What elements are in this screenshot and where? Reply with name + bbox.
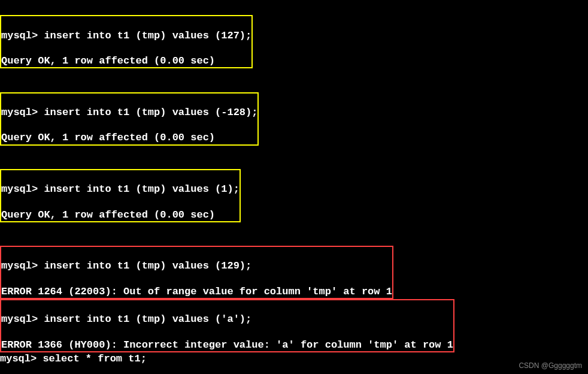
watermark-text: CSDN @Ggggggtm: [519, 361, 582, 370]
sql-insert-command: mysql> insert into t1 (tmp) values (1);: [1, 183, 240, 195]
sql-response-ok: Query OK, 1 row affected (0.00 sec): [1, 55, 251, 67]
sql-insert-command: mysql> insert into t1 (tmp) values ('a')…: [1, 313, 453, 325]
terminal-output[interactable]: mysql> insert into t1 (tmp) values (127)…: [0, 2, 588, 374]
sql-select-command: mysql> select * from t1;: [0, 352, 588, 365]
sql-response-ok: Query OK, 1 row affected (0.00 sec): [1, 131, 257, 144]
highlighted-block-error-1: mysql> insert into t1 (tmp) values (129)…: [0, 246, 393, 299]
highlighted-block-success-2: mysql> insert into t1 (tmp) values (-128…: [0, 92, 259, 146]
sql-insert-command: mysql> insert into t1 (tmp) values (129)…: [1, 260, 392, 272]
sql-response-ok: Query OK, 1 row affected (0.00 sec): [1, 209, 240, 221]
sql-insert-command: mysql> insert into t1 (tmp) values (-128…: [1, 106, 257, 119]
sql-response-error: ERROR 1366 (HY000): Incorrect integer va…: [1, 339, 453, 351]
sql-insert-command: mysql> insert into t1 (tmp) values (127)…: [1, 29, 251, 42]
sql-response-error: ERROR 1264 (22003): Out of range value f…: [1, 285, 392, 298]
highlighted-block-error-2: mysql> insert into t1 (tmp) values ('a')…: [0, 299, 454, 352]
highlighted-block-success-3: mysql> insert into t1 (tmp) values (1); …: [0, 169, 241, 222]
highlighted-block-success-1: mysql> insert into t1 (tmp) values (127)…: [0, 15, 253, 68]
